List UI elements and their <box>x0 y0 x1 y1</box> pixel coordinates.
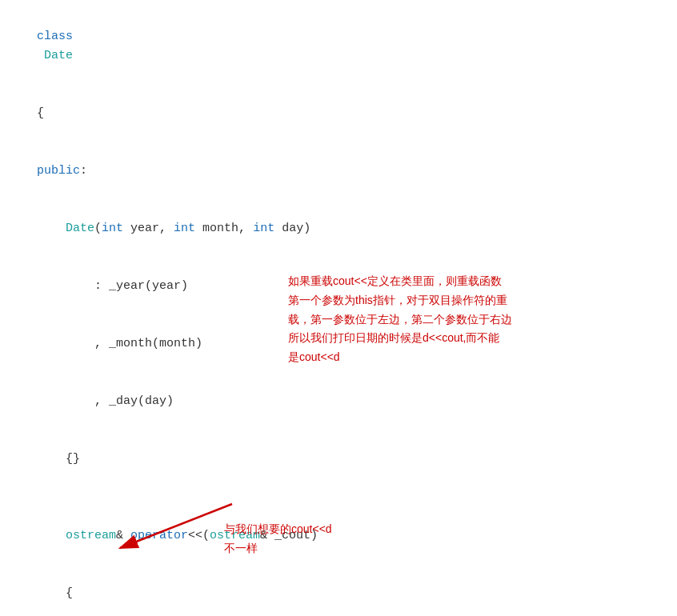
code-line-8: {} <box>8 430 669 488</box>
annotation1: 如果重载cout<<定义在类里面，则重载函数 第一个参数为this指针，对于双目… <box>288 272 512 367</box>
code-line-2: { <box>8 85 669 142</box>
annotation2-text: 与我们想要的cout<<d不一样 <box>224 520 332 558</box>
code-line-11: { <box>8 565 669 616</box>
code-line-3: public: <box>8 142 669 200</box>
constructor-name: Date <box>66 222 94 235</box>
arrow-svg <box>96 496 240 560</box>
code-line-1: class Date <box>8 8 669 85</box>
svg-line-1 <box>120 504 232 548</box>
keyword-public: public <box>37 164 80 178</box>
annotation2-container: 与我们想要的cout<<d不一样 <box>224 520 332 558</box>
code-line-4: Date(int year, int month, int day) <box>8 200 669 258</box>
code-area: class Date { public: Date(int year, int … <box>0 8 677 616</box>
keyword-class: class <box>37 30 73 43</box>
class-name: Date <box>37 49 73 62</box>
code-line-7: , _day(day) <box>8 373 669 430</box>
